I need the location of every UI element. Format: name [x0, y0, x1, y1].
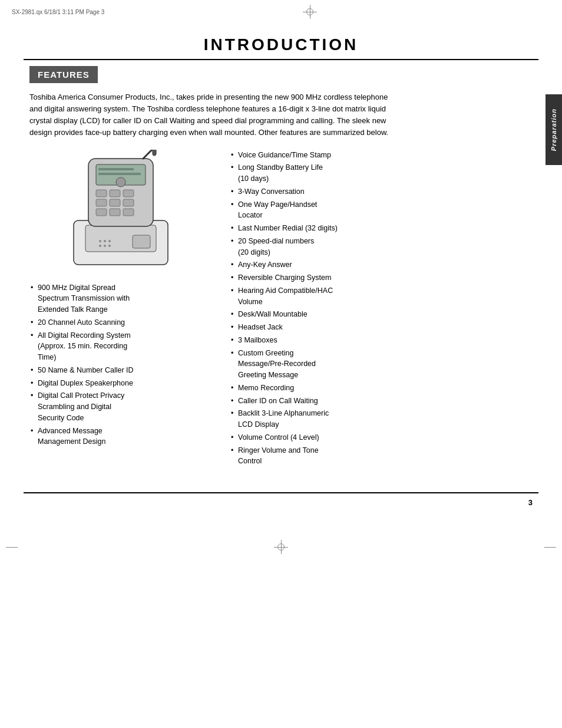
list-item: 20 Channel Auto Scanning [29, 317, 212, 328]
list-item: 3-Way Conversation [230, 186, 533, 197]
features-heading: FEATURES [29, 66, 98, 83]
list-item: Voice Guidance/Time Stamp [230, 150, 533, 161]
left-column: 900 MHz Digital Spread Spectrum Transmis… [29, 150, 212, 450]
list-item: Last Number Redial (32 digits) [230, 223, 533, 234]
list-item: Volume Control (4 Level) [230, 432, 533, 443]
list-item: Hearing Aid Compatible/HACVolume [230, 285, 533, 308]
left-side-mark [6, 547, 18, 548]
list-item: 3 Mailboxes [230, 335, 533, 346]
svg-point-15 [116, 177, 125, 187]
list-item: Backlit 3-Line AlphanumericLCD Display [230, 408, 533, 430]
svg-point-18 [99, 240, 101, 242]
svg-rect-4 [98, 168, 134, 170]
top-crosshair-circle [306, 8, 313, 15]
phone-image [56, 150, 186, 275]
svg-rect-9 [96, 199, 107, 206]
list-item: One Way Page/HandsetLocator [230, 199, 533, 222]
bottom-area [0, 512, 562, 582]
crosshair-circle [277, 543, 285, 551]
list-item: Caller ID on Call Waiting [230, 396, 533, 407]
list-item: Memo Recording [230, 383, 533, 394]
list-item: Digital Duplex Speakerphone [29, 378, 212, 389]
footer: 3 [0, 493, 562, 512]
list-item: Reversible Charging System [230, 272, 533, 284]
list-item: Ringer Volume and ToneControl [230, 445, 533, 467]
list-item: Custom GreetingMessage/Pre-RecordedGreet… [230, 348, 533, 381]
list-item: All Digital Recording System (Approx. 15… [29, 330, 212, 363]
svg-point-21 [99, 245, 101, 247]
top-crosshair-container [303, 5, 317, 19]
phone-svg [56, 150, 186, 274]
top-crosshair-mark [303, 5, 317, 19]
page-title: INTRODUCTION [0, 24, 562, 59]
svg-point-20 [108, 240, 111, 242]
list-item: 20 Speed-dial numbers(20 digits) [230, 236, 533, 258]
header-bar: SX-2981.qx 6/18/1 3:11 PM Page 3 [0, 0, 562, 24]
right-side-mark [544, 547, 556, 548]
list-item: Advanced Message Management Design [29, 426, 212, 448]
list-item: Headset Jack [230, 322, 533, 333]
svg-rect-8 [123, 190, 134, 197]
page-number: 3 [528, 498, 533, 507]
svg-rect-17 [153, 150, 156, 156]
svg-point-22 [104, 245, 106, 247]
list-item: Long Standby Battery Life(10 days) [230, 162, 533, 185]
file-info: SX-2981.qx 6/18/1 3:11 PM Page 3 [12, 9, 104, 15]
left-feature-list: 900 MHz Digital Spread Spectrum Transmis… [29, 282, 212, 448]
svg-rect-10 [110, 199, 120, 206]
svg-rect-5 [98, 173, 141, 175]
svg-rect-14 [123, 209, 134, 216]
list-item: Any-Key Answer [230, 259, 533, 271]
svg-rect-11 [123, 199, 134, 206]
svg-point-23 [108, 245, 111, 247]
list-item: 50 Name & Number Caller ID [29, 365, 212, 376]
features-layout: 900 MHz Digital Spread Spectrum Transmis… [29, 150, 533, 469]
svg-rect-6 [96, 190, 107, 197]
intro-paragraph: Toshiba America Consumer Products, Inc.,… [29, 91, 395, 139]
bottom-crosshair [274, 540, 288, 554]
list-item: Desk/Wall Mountable [230, 309, 533, 320]
right-feature-list: Voice Guidance/Time Stamp Long Standby B… [230, 150, 533, 467]
svg-rect-13 [110, 209, 120, 216]
svg-rect-24 [133, 235, 150, 248]
right-column: Voice Guidance/Time Stamp Long Standby B… [230, 150, 533, 469]
list-item: Digital Call Protect Privacy Scrambling … [29, 390, 212, 423]
list-item: 900 MHz Digital Spread Spectrum Transmis… [29, 282, 212, 315]
svg-rect-7 [110, 190, 120, 197]
svg-rect-12 [96, 209, 107, 216]
svg-point-19 [104, 240, 106, 242]
main-content: FEATURES Toshiba America Consumer Produc… [0, 60, 562, 480]
